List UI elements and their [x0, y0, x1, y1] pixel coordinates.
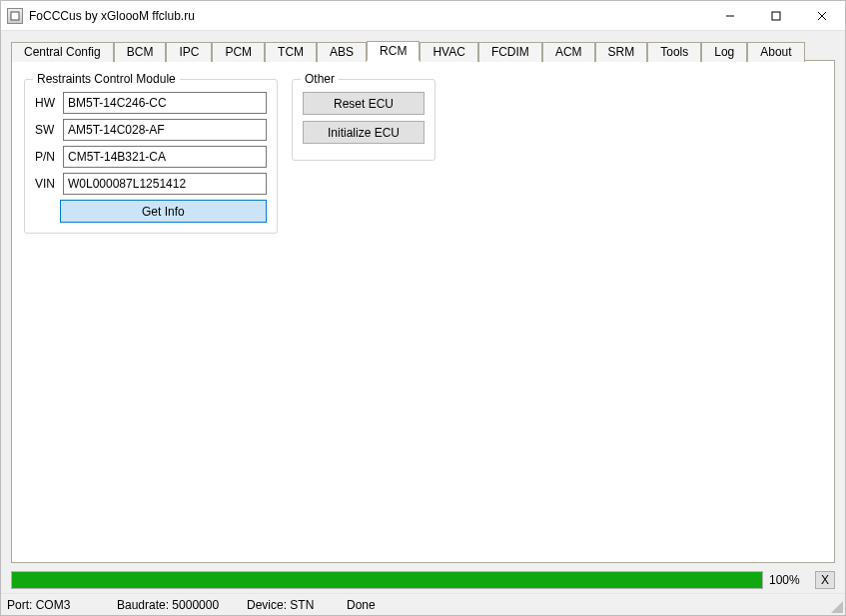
status-device: Device: STN — [247, 598, 347, 612]
tab-srm[interactable]: SRM — [595, 42, 648, 62]
initialize-ecu-button[interactable]: Initialize ECU — [303, 121, 424, 144]
tab-log[interactable]: Log — [701, 42, 747, 62]
input-pn[interactable] — [63, 146, 267, 168]
title-bar: FoCCCus by xGloooM ffclub.ru — [1, 1, 845, 31]
label-sw: SW — [35, 123, 63, 137]
input-sw[interactable] — [63, 119, 267, 141]
resize-grip[interactable] — [829, 599, 843, 613]
status-state: Done — [347, 598, 400, 612]
tab-acm[interactable]: ACM — [542, 42, 595, 62]
row-get-info: Get Info — [35, 200, 267, 223]
close-button[interactable] — [799, 1, 845, 31]
tab-central-config[interactable]: Central Config — [11, 42, 114, 62]
minimize-button[interactable] — [707, 1, 753, 31]
label-hw: HW — [35, 96, 63, 110]
row-pn: P/N — [35, 146, 267, 168]
tab-ipc[interactable]: IPC — [166, 42, 212, 62]
app-icon — [7, 8, 23, 24]
input-vin[interactable] — [63, 173, 267, 195]
tab-tools[interactable]: Tools — [647, 42, 701, 62]
tab-pcm[interactable]: PCM — [212, 42, 265, 62]
tab-rcm[interactable]: RCM — [367, 41, 420, 61]
window-title: FoCCCus by xGloooM ffclub.ru — [29, 9, 195, 23]
tab-hvac[interactable]: HVAC — [420, 42, 477, 62]
status-port: Port: COM3 — [7, 598, 117, 612]
input-hw[interactable] — [63, 92, 267, 114]
row-sw: SW — [35, 119, 267, 141]
label-pn: P/N — [35, 150, 63, 164]
group-other: Other Reset ECU Initialize ECU — [292, 79, 435, 161]
tab-page-rcm: Restraints Control Module HW SW P/N VIN — [11, 60, 835, 563]
group-restraints-legend: Restraints Control Module — [33, 72, 180, 86]
svg-rect-2 — [772, 12, 780, 20]
tab-strip: Central Config BCM IPC PCM TCM ABS RCM H… — [11, 41, 835, 61]
tab-tcm[interactable]: TCM — [265, 42, 317, 62]
group-other-legend: Other — [301, 72, 339, 86]
tab-bcm[interactable]: BCM — [114, 42, 167, 62]
label-vin: VIN — [35, 177, 63, 191]
x-icon: X — [821, 573, 829, 587]
maximize-button[interactable] — [753, 1, 799, 31]
client-area: Central Config BCM IPC PCM TCM ABS RCM H… — [1, 31, 845, 563]
progress-cancel-button[interactable]: X — [815, 571, 835, 589]
tab-fcdim[interactable]: FCDIM — [478, 42, 542, 62]
reset-ecu-button[interactable]: Reset ECU — [303, 92, 424, 115]
progress-percent-label: 100% — [769, 573, 809, 587]
row-vin: VIN — [35, 173, 267, 195]
svg-rect-0 — [11, 12, 19, 20]
group-restraints-control-module: Restraints Control Module HW SW P/N VIN — [24, 79, 278, 234]
get-info-spacer — [35, 200, 60, 223]
tab-about[interactable]: About — [747, 42, 804, 62]
progress-fill — [12, 572, 762, 588]
progress-bar — [11, 571, 763, 589]
tab-abs[interactable]: ABS — [317, 42, 367, 62]
status-baudrate: Baudrate: 5000000 — [117, 598, 247, 612]
get-info-button[interactable]: Get Info — [60, 200, 267, 223]
row-hw: HW — [35, 92, 267, 114]
status-bar: Port: COM3 Baudrate: 5000000 Device: STN… — [1, 593, 845, 615]
progress-area: 100% X — [1, 563, 845, 593]
